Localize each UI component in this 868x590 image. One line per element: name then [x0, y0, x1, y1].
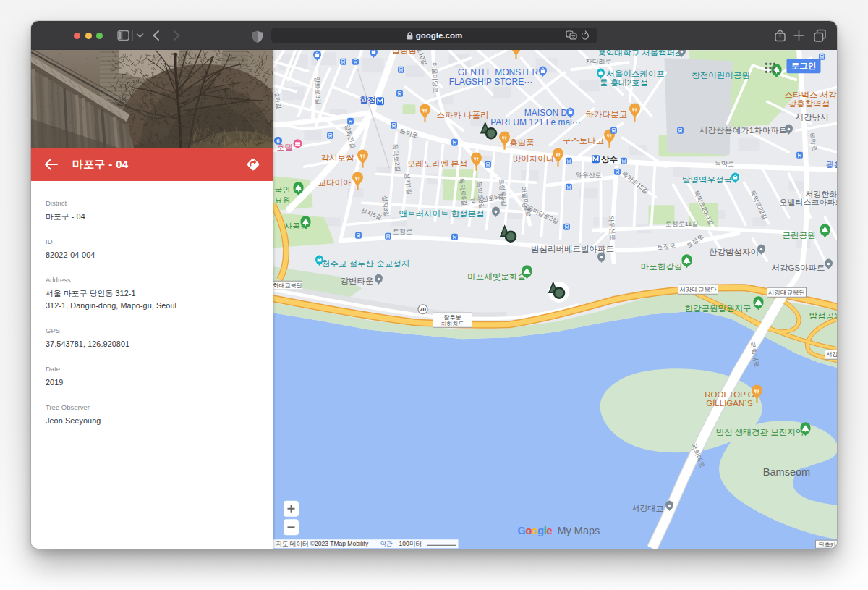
- svg-text:교다이아: 교다이아: [318, 178, 351, 187]
- svg-text:서강쌍용예가1차아파트: 서강쌍용예가1차아파트: [699, 126, 786, 135]
- svg-text:근린공원: 근린공원: [782, 231, 815, 240]
- svg-text:룸 홍대2호점: 룸 홍대2호점: [599, 78, 647, 87]
- svg-text:화대교북단: 화대교북단: [273, 282, 302, 289]
- svg-text:6: 6: [276, 138, 280, 144]
- svg-text:앤트러사이트 합정본점: 앤트러사이트 합정본점: [399, 209, 484, 218]
- svg-text:지하차도: 지하차도: [441, 321, 464, 327]
- svg-text:서강대교북단: 서강대교북단: [679, 286, 717, 293]
- svg-text:어울마당로: 어울마당로: [430, 62, 438, 93]
- svg-text:Google: Google: [517, 525, 552, 536]
- svg-text:지도 데이터 ©2023 TMap Mobility: 지도 데이터 ©2023 TMap Mobility: [276, 540, 368, 547]
- svg-text:토정로: 토정로: [393, 228, 412, 235]
- svg-text:하카다분코: 하카다분코: [585, 110, 627, 119]
- svg-text:PARFUM 121 Le mal···: PARFUM 121 Le mal···: [490, 117, 580, 127]
- svg-text:오벨리스크아파트: 오벨리스크아파트: [779, 198, 837, 206]
- svg-text:서강GS아파트: 서강GS아파트: [771, 264, 825, 272]
- svg-text:홍익대학교 서울캠퍼스: 홍익대학교 서울캠퍼스: [597, 50, 683, 57]
- svg-text:스타벅스 서강: 스타벅스 서강: [784, 90, 837, 99]
- svg-text:각시보쌈: 각시보쌈: [320, 153, 354, 162]
- svg-text:약관: 약관: [380, 540, 393, 547]
- svg-text:스파카 나폴리: 스파카 나폴리: [436, 111, 488, 119]
- svg-text:100미터: 100미터: [399, 540, 421, 547]
- svg-text:FLAGSHIP STORE···: FLAGSHIP STORE···: [448, 77, 532, 87]
- svg-text:양화로3길: 양화로3길: [313, 76, 322, 104]
- svg-text:GENTLE MONSTER: GENTLE MONSTER: [457, 67, 538, 77]
- svg-text:GÍLLIGAN´S: GÍLLIGAN´S: [706, 399, 753, 408]
- svg-text:탈영역우정국: 탈영역우정국: [682, 175, 732, 184]
- svg-text:창전어린이공원: 창전어린이공원: [692, 71, 750, 80]
- svg-text:MAISON DE: MAISON DE: [524, 108, 572, 118]
- svg-text:70: 70: [420, 306, 426, 313]
- svg-text:구스토타코: 구스토타코: [562, 136, 604, 145]
- svg-text:합정: 합정: [359, 96, 376, 104]
- svg-text:잠두봉: 잠두봉: [443, 314, 461, 321]
- svg-text:상수: 상수: [601, 155, 618, 164]
- svg-text:묘원: 묘원: [274, 195, 290, 204]
- svg-text:한강밤섬자이: 한강밤섬자이: [709, 248, 759, 256]
- svg-text:밤섬공원: 밤섬공원: [809, 311, 837, 320]
- svg-text:마포새빛문화숲: 마포새빛문화숲: [467, 272, 526, 281]
- svg-text:와우산로: 와우산로: [575, 172, 601, 179]
- svg-text:밤섬리버베르빌아파트: 밤섬리버베르빌아파트: [531, 245, 614, 253]
- svg-text:홍일품: 홍일품: [509, 138, 535, 147]
- svg-text:광흥창역점: 광흥창역점: [788, 99, 830, 108]
- svg-text:강변타운: 강변타운: [340, 277, 373, 285]
- svg-text:토정로11길: 토정로11길: [665, 220, 697, 227]
- svg-text:잔다리로: 잔다리로: [585, 58, 611, 65]
- svg-text:밤섬 생태경관 보전지역: 밤섬 생태경관 보전지역: [715, 428, 803, 437]
- svg-text:文: 文: [571, 34, 576, 39]
- svg-text:합정점: 합정점: [391, 50, 417, 54]
- svg-text:ROOFTOP G: ROOFTOP G: [705, 390, 754, 399]
- svg-text:서강대교: 서강대교: [631, 504, 663, 513]
- svg-text:서강대교북단: 서강대교북단: [768, 289, 806, 296]
- svg-text:단축키: 단축키: [818, 541, 835, 548]
- svg-text:마포한강길: 마포한강길: [640, 262, 682, 271]
- svg-text:국인: 국인: [274, 185, 290, 194]
- svg-text:서강낚시: 서강낚시: [795, 113, 828, 122]
- svg-text:광흥: 광흥: [825, 160, 837, 169]
- svg-text:오레노라멘 본점: 오레노라멘 본점: [407, 159, 467, 168]
- svg-text:한강공원망원지구: 한강공원망원지구: [684, 304, 751, 313]
- svg-text:독막로: 독막로: [715, 160, 734, 167]
- svg-text:천주교 절두산 순교성지: 천주교 절두산 순교성지: [321, 259, 409, 268]
- svg-text:서강: 서강: [826, 351, 837, 358]
- svg-text:로그인: 로그인: [791, 62, 816, 70]
- svg-text:My Maps: My Maps: [557, 525, 600, 536]
- svg-text:Bamseom: Bamseom: [762, 466, 809, 478]
- svg-text:서울이스케이프: 서울이스케이프: [606, 69, 665, 78]
- svg-text:맛이차이나: 맛이차이나: [512, 154, 554, 163]
